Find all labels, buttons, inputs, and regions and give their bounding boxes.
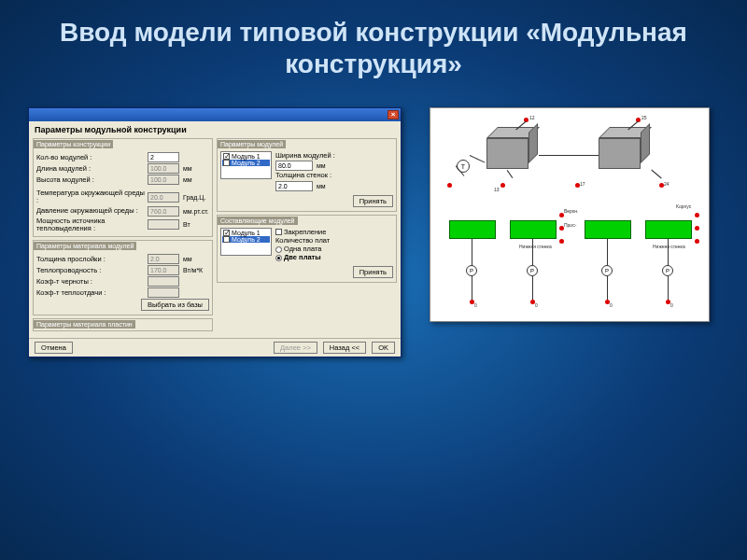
module-list-2[interactable]: Модуль 1 Модуль 2 xyxy=(220,228,272,256)
check-icon[interactable] xyxy=(223,153,230,160)
field-temp[interactable]: 20.0 xyxy=(148,192,179,203)
lbl-black: Коэф-т черноты : xyxy=(36,278,146,286)
field-width[interactable]: 80.0 xyxy=(275,161,313,171)
lbl-conduct: Теплопроводность : xyxy=(36,267,146,274)
slide-title: Ввод модели типовой конструкции «Модульн… xyxy=(0,0,747,89)
p-node-icon: P xyxy=(527,265,538,276)
dialog-title: Параметры модульной конструкции xyxy=(29,121,401,136)
num-label: 25 xyxy=(641,115,647,120)
check-zakr[interactable] xyxy=(275,229,282,235)
lbl-count: Кол-во модулей : xyxy=(36,154,146,161)
field-height[interactable]: 100.0 xyxy=(148,175,179,185)
unit-pressure: мм.рт.ст. xyxy=(181,208,209,215)
radio-two[interactable] xyxy=(275,255,282,261)
field-pressure[interactable]: 760.0 xyxy=(148,206,179,217)
unit-power: Вт xyxy=(181,221,209,228)
cancel-button[interactable]: Отмена xyxy=(35,342,73,354)
lbl-pressure: Давление окружающей среды : xyxy=(36,207,146,215)
dialog-window: × Параметры модульной конструкции Параме… xyxy=(28,107,402,357)
lbl-radio-one: Одна плата xyxy=(284,245,393,253)
group-title-components: Составляющие модулей xyxy=(218,217,298,225)
side-label: Верхн. xyxy=(564,208,579,214)
apply-button-1[interactable]: Принять xyxy=(353,195,393,207)
unit-conduct: Вт/м*К xyxy=(181,267,209,273)
field-length[interactable]: 100.0 xyxy=(148,163,179,174)
side-label: Корпус xyxy=(676,203,691,209)
lbl-width: Ширина модулей : xyxy=(275,152,393,160)
lbl-temp: Температура окружающей среды : xyxy=(36,189,146,205)
side-label: Прос- xyxy=(564,222,576,228)
list-item-label: Модуль 1 xyxy=(232,153,261,160)
button-row: Отмена Далее >> Назад << OK xyxy=(29,338,401,357)
num-label: 17 xyxy=(580,181,585,187)
unit-temp: Град.Ц. xyxy=(181,194,209,201)
bottom-label: Нижняя стенка xyxy=(653,244,685,249)
radio-one[interactable] xyxy=(275,246,282,253)
group-title-plates-material: Параметры материала пластин xyxy=(34,320,135,329)
close-icon[interactable]: × xyxy=(388,110,399,119)
lbl-plates-count: Количество плат xyxy=(275,237,393,245)
group-plates-material: Параметры материала пластин xyxy=(33,318,213,331)
bottom-label: Нижняя стенка xyxy=(519,244,552,249)
apply-button-2[interactable]: Принять xyxy=(353,266,393,278)
lbl-heat: Коэф-т теплоотдачи : xyxy=(36,289,146,297)
num-label: 12 xyxy=(529,115,535,120)
unit-layer: мм xyxy=(181,256,209,262)
field-count[interactable]: 2 xyxy=(148,152,179,162)
check-icon[interactable] xyxy=(223,236,230,243)
green-module xyxy=(510,220,557,239)
green-module xyxy=(645,220,692,239)
unit-length: мм xyxy=(181,165,209,172)
group-title-construction: Параметры конструкции xyxy=(34,140,113,148)
lbl-power: Мощность источника тепловыделения : xyxy=(36,217,146,233)
lbl-radio-two: Две платы xyxy=(284,254,393,261)
field-black[interactable] xyxy=(148,276,179,287)
p-node-icon: P xyxy=(601,265,613,276)
unit-wall: мм xyxy=(315,183,343,189)
group-material: Параметры материала модулей Толщина прос… xyxy=(33,240,213,315)
unit-width: мм xyxy=(315,162,343,169)
ok-button[interactable]: OK xyxy=(372,342,395,354)
list-item-label: Модуль 1 xyxy=(232,230,261,236)
check-icon[interactable] xyxy=(223,230,230,236)
num-label: 13 xyxy=(494,187,500,192)
field-conduct[interactable]: 170.0 xyxy=(148,265,179,275)
back-button[interactable]: Назад << xyxy=(323,342,366,354)
lbl-length: Длина модулей : xyxy=(36,165,146,173)
select-base-button[interactable]: Выбрать из базы xyxy=(141,299,209,311)
unit-height: мм xyxy=(181,176,209,183)
lbl-height: Высота модулей : xyxy=(36,176,146,184)
group-title-modules: Параметры модулей xyxy=(218,140,286,148)
module-list-1[interactable]: Модуль 1 Модуль 2 xyxy=(220,151,272,179)
cube-2 xyxy=(599,127,650,169)
diagram-panel: T 12 25 13 17 24 Верхн. Прос- Корпус Ниж… xyxy=(430,107,710,322)
p-node-icon: P xyxy=(662,265,673,276)
list-item-label: Модуль 2 xyxy=(232,160,261,166)
group-components: Составляющие модулей Модуль 1 Модуль 2 З… xyxy=(217,215,397,283)
lbl-layer: Толщина прослойки : xyxy=(36,256,146,263)
lbl-wall: Толщина стенок : xyxy=(275,172,393,179)
field-wall[interactable]: 2.0 xyxy=(275,181,313,191)
titlebar: × xyxy=(29,108,401,121)
green-module xyxy=(585,220,631,239)
group-title-material: Параметры материала модулей xyxy=(34,242,136,250)
group-modules: Параметры модулей Модуль 1 Модуль 2 Шири… xyxy=(217,138,397,212)
field-power[interactable] xyxy=(148,219,179,230)
green-module xyxy=(449,220,496,239)
lbl-zakr: Закрепление xyxy=(284,229,393,236)
p-node-icon: P xyxy=(466,265,477,276)
group-construction: Параметры конструкции Кол-во модулей :2 … xyxy=(33,138,213,237)
num-label: 24 xyxy=(664,181,669,187)
field-layer[interactable]: 2.0 xyxy=(148,254,179,264)
check-icon[interactable] xyxy=(223,160,230,166)
cube-1 xyxy=(486,127,538,169)
next-button[interactable]: Далее >> xyxy=(274,342,317,354)
field-heat[interactable] xyxy=(148,287,179,298)
list-item-label: Модуль 2 xyxy=(232,236,261,243)
